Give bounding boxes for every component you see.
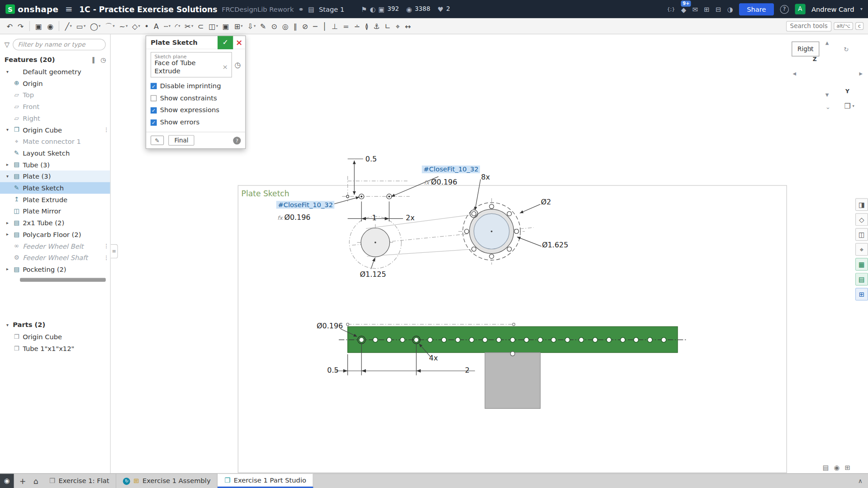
fit-expression-left-label[interactable]: #CloseFit_10_32 (276, 201, 335, 208)
rectangle-tool[interactable]: ▭ ▾ (74, 21, 88, 31)
folder-icon[interactable]: ▤ (308, 5, 314, 13)
more-options-icon[interactable]: ⋮ (102, 243, 110, 249)
normal-constraint[interactable]: ∟ (383, 21, 394, 31)
feature-item[interactable]: ▸ ▤ Polycarb Floor (2) (0, 228, 110, 240)
notifications-button[interactable]: ◆ 9+ (681, 4, 686, 14)
count-8x-label[interactable]: 8x (481, 173, 490, 181)
caret-icon[interactable]: ▸ (5, 232, 10, 237)
update-icon[interactable]: ↻ (123, 478, 130, 485)
filter-icon[interactable]: ▽ (5, 41, 9, 48)
feature-item[interactable]: ▾ ▤ Plate (3) (0, 171, 110, 182)
part-item[interactable]: ❒ Tube 1"x1"x12" (0, 343, 110, 355)
feature-item[interactable]: ∞ Feeder Wheel Belt ⋮ (0, 240, 110, 252)
tab-exercise-1-flat[interactable]: ❒ Exercise 1: Flat (43, 474, 116, 488)
feature-item[interactable]: ▾ Default geometry (0, 66, 110, 78)
dim-2-label[interactable]: 2 (465, 366, 470, 374)
link-icon[interactable]: ⚭ (298, 5, 304, 13)
tangent-constraint[interactable]: ⊘ (300, 21, 311, 31)
caret-icon[interactable]: ▸ (5, 267, 10, 272)
filter-input[interactable] (13, 39, 105, 51)
fix-constraint[interactable]: ⚓ (371, 21, 382, 31)
tab-exercise-1-part-studio[interactable]: ❒ Exercise 1 Part Studio (218, 474, 313, 488)
cancel-button[interactable]: × (233, 36, 245, 49)
feature-item[interactable]: ▸ ▤ Tube (3) (0, 159, 110, 171)
side-panel-section-button[interactable]: ◫ (855, 228, 868, 241)
pattern-tool[interactable]: ⊞ ▾ (232, 21, 245, 31)
globe-icon[interactable]: ◐ (370, 5, 375, 13)
dim-1-label[interactable]: 1 (372, 213, 376, 222)
redo-button[interactable]: ↷ (15, 21, 26, 31)
tab-manager-chevron-icon[interactable]: ∧ (858, 478, 863, 485)
side-panel-measure-button[interactable]: ⌖ (855, 243, 868, 256)
insert-image-button[interactable]: ◉ (45, 21, 56, 31)
pierce-constraint[interactable]: ⌖ (394, 21, 403, 31)
versions-icon[interactable]: ◑ (727, 5, 733, 13)
likes-icon[interactable]: ♥ (437, 5, 443, 13)
dia-0196-left-label[interactable]: fxØ0.196 (277, 213, 310, 221)
feature-item[interactable]: ⊕ Origin (0, 77, 110, 89)
feature-item[interactable]: ▾ ❒ Origin Cube ⋮ (0, 124, 110, 136)
concentric-constraint[interactable]: ◎ (280, 21, 291, 31)
caret-icon[interactable]: ▸ (5, 162, 10, 167)
feature-item[interactable]: ▱ Front (0, 101, 110, 113)
panel-resize-handle[interactable]: ≡ (111, 244, 118, 259)
sketch-plane-field[interactable]: Sketch plane Face of Tube Extrude × (151, 52, 232, 77)
view-cube[interactable]: ↺ ↻ ▲ Z Right Y ◀ ▶ ▼ ⌄ (792, 42, 866, 114)
import-dxf-tool[interactable]: ⇩ ▾ (245, 21, 258, 31)
count-4x-label[interactable]: 4x (429, 354, 438, 362)
vertical-constraint[interactable]: │ (320, 21, 330, 31)
rollback-control-icon[interactable]: ‖ (92, 56, 95, 63)
equal-constraint[interactable]: = (341, 21, 351, 31)
caret-icon[interactable]: ▸ (5, 220, 10, 225)
feature-item[interactable]: ◫ Plate Mirror (0, 205, 110, 217)
dimension-tool[interactable]: ↔ (403, 21, 413, 31)
symmetric-constraint[interactable]: ≬ (363, 21, 371, 31)
side-panel-frames-button[interactable]: ▤ (855, 273, 868, 285)
construction-tool[interactable]: ┄ ▾ (161, 21, 173, 31)
plate-profile[interactable] (339, 323, 687, 352)
canvas-render-mode-button[interactable]: ◉ (834, 464, 840, 472)
comments-icon[interactable]: ✉ (692, 5, 697, 13)
dialog-checkbox[interactable]: ✓ Show errors (151, 116, 241, 128)
canvas-snapshot-button[interactable]: ▤ (823, 464, 829, 472)
clear-selection-icon[interactable]: × (223, 63, 228, 71)
spline-tool[interactable]: ~ ▾ (117, 21, 130, 31)
feature-item[interactable]: ⌖ Mate connector 1 (0, 136, 110, 147)
count-2x-label[interactable]: 2x (406, 213, 415, 222)
caret-icon[interactable]: ▾ (5, 69, 10, 74)
perpendicular-constraint[interactable]: ⊥ (329, 21, 341, 31)
caret-icon[interactable]: ▾ (5, 174, 10, 179)
coincident-constraint[interactable]: ⊙ (269, 21, 280, 31)
history-icon[interactable]: ◷ (100, 56, 106, 63)
fit-expression-top-label[interactable]: #CloseFit_10_32 (422, 166, 480, 173)
help-button[interactable]: ? (780, 5, 789, 14)
onshape-logo[interactable]: S onshape (5, 4, 58, 14)
canvas-grid-button[interactable]: ⊞ (844, 464, 850, 472)
flag-icon[interactable]: ⚑ (361, 5, 367, 13)
checkbox-box[interactable]: ✓ (151, 107, 157, 113)
arc-tool[interactable]: ⌒ ▾ (103, 21, 117, 31)
main-menu-icon[interactable]: ≡ (65, 4, 72, 14)
dia-1625-label[interactable]: Ø1.625 (542, 241, 568, 249)
side-panel-appearance-button[interactable]: ◨ (855, 198, 868, 211)
fillet-tool[interactable]: ◜ ▾ (173, 21, 182, 31)
search-tools-input[interactable] (786, 21, 831, 31)
line-tool[interactable]: ╱ ▾ (63, 21, 74, 31)
dialog-title-row[interactable]: Plate Sketch ✓ × (146, 36, 245, 49)
dim-05-bottom-label[interactable]: 0.5 (327, 366, 338, 374)
more-options-icon[interactable]: ⋮ (102, 255, 110, 261)
tube-profile[interactable] (485, 351, 540, 408)
mirror-tool[interactable]: ◫ ▾ (206, 21, 220, 31)
dia-0196-bottom-label[interactable]: Ø0.196 (317, 322, 343, 330)
view-up-arrow-icon[interactable]: ▲ (825, 40, 829, 45)
view-chevron-icon[interactable]: ⌄ (825, 104, 830, 111)
feature-item[interactable]: ▸ ▤ Pocketing (2) (0, 264, 110, 275)
horizontal-constraint[interactable]: ─ (311, 21, 320, 31)
dim-05-top-label[interactable]: 0.5 (365, 155, 377, 163)
text-tool[interactable]: A (152, 21, 161, 31)
checkbox-box[interactable] (151, 95, 157, 101)
dia-0196-top-label[interactable]: fxØ0.196 (424, 178, 457, 186)
views-icon[interactable]: ◉ (406, 5, 412, 13)
feature-item[interactable]: ✎ Plate Sketch (0, 182, 110, 194)
grid-icon[interactable]: ⊞ (704, 5, 709, 13)
